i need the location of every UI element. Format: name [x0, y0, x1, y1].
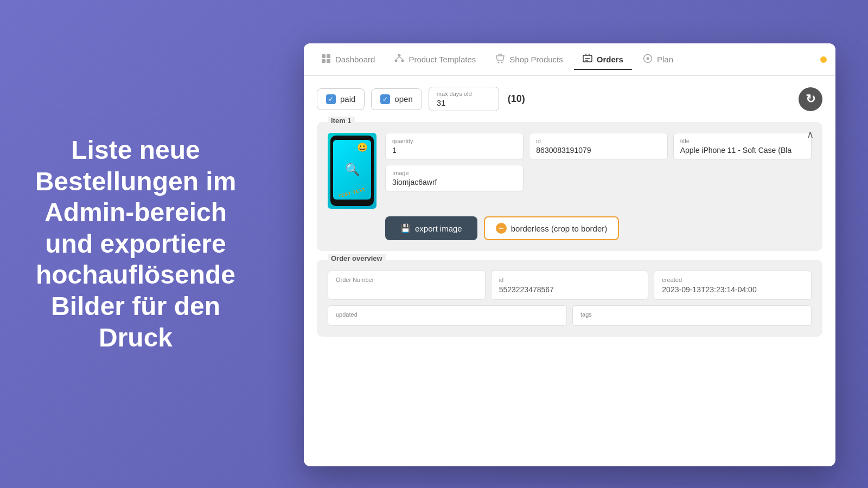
product-image: 😀 🔍 TEST TEXT — [328, 133, 376, 209]
chevron-up-icon: ∧ — [807, 129, 814, 140]
refresh-button[interactable]: ↻ — [799, 87, 822, 111]
order-number-label: Order Number — [336, 277, 477, 283]
svg-rect-0 — [322, 54, 326, 58]
image-label: Image — [392, 170, 516, 176]
refresh-icon: ↻ — [806, 92, 815, 106]
shop-products-icon — [495, 54, 505, 66]
product-templates-icon — [394, 54, 404, 66]
order-id-value: 5523223478567 — [499, 285, 641, 294]
item1-card: item 1 ∧ 😀 🔍 TEST TEXT — [317, 122, 822, 251]
dashboard-icon — [321, 54, 331, 66]
app-window: Dashboard Product Templates — [304, 43, 835, 466]
nav-dashboard[interactable]: Dashboard — [312, 49, 384, 70]
nav-shop-products[interactable]: Shop Products — [487, 49, 571, 70]
max-days-value: 31 — [437, 98, 491, 107]
nav-product-templates[interactable]: Product Templates — [386, 49, 484, 70]
order-tags-label: tags — [580, 311, 803, 318]
top-nav: Dashboard Product Templates — [304, 43, 835, 76]
quantity-label: quantity — [392, 138, 516, 144]
order-id-label: id — [499, 277, 641, 283]
phone-mockup: 😀 🔍 TEST TEXT — [330, 136, 374, 206]
title-field: title Apple iPhone 11 - Soft Case (Bla — [673, 133, 812, 159]
item1-fields: quantity 1 id 8630083191079 title Apple … — [385, 133, 812, 191]
order-id-field: id 5523223478567 — [491, 271, 649, 300]
hero-text: Liste neue Bestellungen im Admin-bereich… — [33, 134, 239, 353]
svg-line-8 — [399, 56, 403, 59]
title-value: Apple iPhone 11 - Soft Case (Bla — [680, 146, 805, 155]
id-field: id 8630083191079 — [529, 133, 667, 159]
test-text-label: TEST TEXT — [338, 187, 367, 198]
paid-filter[interactable]: ✓ paid — [317, 88, 365, 110]
actions-row: 💾 export image − borderless (crop to bor… — [385, 216, 812, 240]
order-tags-field: tags — [572, 305, 812, 326]
svg-point-5 — [395, 59, 398, 62]
image-field: Image 3iomjac6awrf — [385, 165, 524, 191]
window-controls — [820, 56, 827, 63]
order-count: (10) — [508, 93, 525, 105]
item1-collapse-button[interactable]: ∧ — [807, 129, 814, 140]
svg-rect-1 — [327, 54, 330, 58]
title-label: title — [680, 138, 805, 144]
svg-point-15 — [646, 57, 649, 60]
svg-point-6 — [401, 59, 404, 62]
order-created-label: created — [662, 277, 803, 283]
order-overview-title: Order overview — [328, 254, 386, 262]
borderless-button[interactable]: − borderless (crop to border) — [484, 216, 620, 240]
nav-orders[interactable]: Orders — [574, 49, 632, 70]
minimize-button[interactable] — [820, 56, 827, 63]
item1-title: item 1 — [328, 117, 355, 125]
main-content: ✓ paid ✓ open max days old 31 (10) ↻ ite… — [304, 76, 835, 356]
image-value: 3iomjac6awrf — [392, 178, 516, 187]
nav-plan[interactable]: Plan — [634, 49, 682, 70]
open-filter[interactable]: ✓ open — [371, 88, 422, 110]
zoom-icon: 🔍 — [345, 163, 360, 177]
svg-point-9 — [498, 61, 500, 63]
svg-line-7 — [396, 56, 399, 59]
max-days-field[interactable]: max days old 31 — [429, 87, 499, 111]
order-created-value: 2023-09-13T23:23:14-04:00 — [662, 285, 803, 294]
minus-icon: − — [496, 223, 507, 234]
svg-rect-2 — [322, 59, 326, 63]
filter-bar: ✓ paid ✓ open max days old 31 (10) ↻ — [317, 87, 822, 111]
emoji-icon: 😀 — [357, 142, 368, 152]
id-label: id — [536, 138, 660, 144]
svg-rect-3 — [327, 59, 330, 63]
paid-checkbox: ✓ — [326, 94, 336, 104]
item1-layout: 😀 🔍 TEST TEXT quantity 1 id 863008319 — [328, 133, 812, 209]
order-number-field: Order Number — [328, 271, 486, 300]
order-overview-card: Order overview Order Number id 552322347… — [317, 260, 822, 337]
order-updated-field: updated — [328, 305, 567, 326]
max-days-label: max days old — [437, 91, 491, 97]
save-icon: 💾 — [400, 223, 411, 233]
export-image-button[interactable]: 💾 export image — [385, 216, 477, 240]
quantity-value: 1 — [392, 146, 516, 155]
order-created-field: created 2023-09-13T23:23:14-04:00 — [654, 271, 812, 300]
order-overview-fields: Order Number id 5523223478567 created 20… — [328, 271, 812, 300]
phone-screen: 😀 🔍 TEST TEXT — [333, 140, 371, 200]
open-checkbox: ✓ — [380, 94, 390, 104]
orders-icon — [583, 54, 592, 66]
svg-point-4 — [398, 54, 401, 56]
quantity-field: quantity 1 — [385, 133, 524, 159]
id-value: 8630083191079 — [536, 146, 660, 155]
order-updated-label: updated — [336, 311, 559, 318]
plan-icon — [643, 54, 653, 66]
order-bottom-row: updated tags — [328, 305, 812, 326]
svg-point-10 — [501, 61, 503, 63]
